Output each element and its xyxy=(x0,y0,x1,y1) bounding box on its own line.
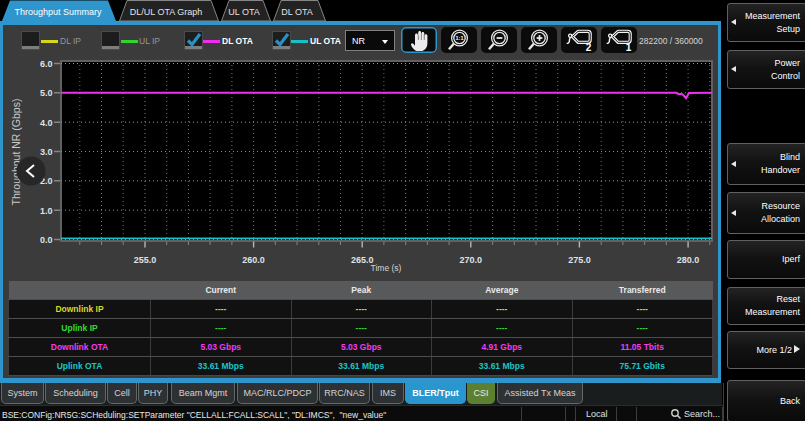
svg-text:2: 2 xyxy=(586,42,592,53)
svg-text:3.0: 3.0 xyxy=(40,147,53,157)
svg-text:280.0: 280.0 xyxy=(677,255,700,265)
svg-text:UL OTA: UL OTA xyxy=(228,7,260,17)
svg-text:Throughput Summary: Throughput Summary xyxy=(14,7,102,17)
svg-text:1:1: 1:1 xyxy=(456,35,464,41)
svg-text:1: 1 xyxy=(626,42,632,53)
svg-text:4.0: 4.0 xyxy=(40,118,53,128)
svg-text:0.0: 0.0 xyxy=(40,235,53,245)
svg-text:6.0: 6.0 xyxy=(40,59,53,69)
svg-text:255.0: 255.0 xyxy=(134,255,157,265)
svg-text:5.0: 5.0 xyxy=(40,88,53,98)
svg-text:DL OTA: DL OTA xyxy=(281,7,313,17)
svg-text:DL/UL OTA Graph: DL/UL OTA Graph xyxy=(130,7,203,17)
svg-text:270.0: 270.0 xyxy=(460,255,483,265)
svg-text:Throughput NR (Gbps): Throughput NR (Gbps) xyxy=(10,99,22,206)
svg-text:1.0: 1.0 xyxy=(40,206,53,216)
svg-text:Time (s): Time (s) xyxy=(371,263,402,273)
svg-text:260.0: 260.0 xyxy=(242,255,265,265)
svg-text:275.0: 275.0 xyxy=(568,255,591,265)
